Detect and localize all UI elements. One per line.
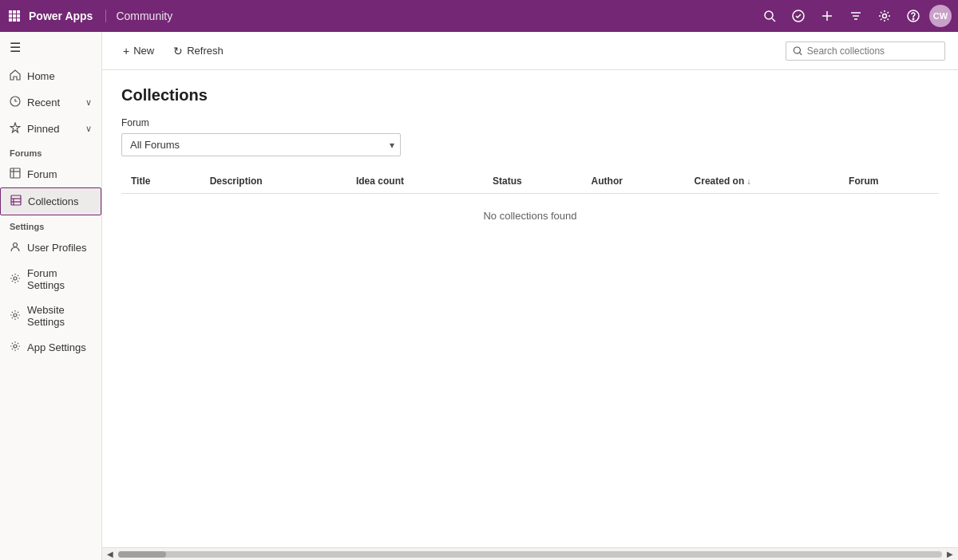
scrollbar-track[interactable] — [118, 551, 942, 558]
refresh-label: Refresh — [187, 45, 224, 57]
sidebar-item-forum-settings[interactable]: Forum Settings — [0, 261, 101, 298]
help-icon-btn[interactable] — [901, 3, 926, 29]
recent-icon — [10, 96, 21, 109]
col-created-on[interactable]: Created on ↓ — [685, 169, 840, 194]
content-area: + New ↻ Refresh Collections Forum All Fo… — [102, 32, 958, 560]
search-icon — [793, 45, 802, 56]
search-input[interactable] — [807, 45, 938, 57]
sidebar-item-collections[interactable]: Collections — [0, 187, 101, 215]
sidebar-item-website-settings[interactable]: Website Settings — [0, 298, 101, 334]
main-content: Collections Forum All Forums Power Apps … — [102, 70, 958, 547]
checkmark-icon-btn[interactable] — [786, 3, 811, 29]
svg-point-9 — [765, 11, 773, 19]
bottom-scrollbar: ◀ ▶ — [102, 547, 958, 560]
sidebar: ☰ Home Recent ∨ — [0, 32, 102, 560]
app-name: Power Apps — [29, 10, 93, 22]
svg-point-31 — [14, 345, 17, 348]
topbar: Power Apps Community — [0, 0, 958, 32]
svg-rect-5 — [17, 14, 20, 18]
table-header-row: Title Description Idea count Status Auth… — [121, 169, 939, 194]
svg-line-33 — [800, 53, 802, 55]
svg-rect-8 — [17, 18, 20, 22]
forums-section-label: Forums — [0, 142, 101, 161]
recent-expand-icon: ∨ — [85, 97, 92, 108]
pinned-expand-icon: ∨ — [85, 124, 92, 134]
search-icon-btn[interactable] — [757, 3, 782, 29]
col-description: Description — [200, 169, 346, 194]
refresh-icon: ↻ — [173, 45, 183, 57]
scroll-right-arrow[interactable]: ▶ — [944, 548, 956, 561]
svg-line-10 — [772, 18, 775, 22]
svg-rect-21 — [10, 168, 20, 178]
sidebar-item-forum-settings-label: Forum Settings — [27, 267, 92, 291]
app-settings-icon — [10, 341, 21, 354]
hamburger-menu[interactable]: ☰ — [0, 32, 101, 63]
sidebar-item-app-settings-label: App Settings — [27, 341, 86, 353]
sidebar-item-home[interactable]: Home — [0, 63, 101, 89]
created-on-sort-icon: ↓ — [747, 177, 751, 186]
svg-rect-0 — [9, 10, 12, 14]
pinned-icon — [10, 122, 21, 136]
sidebar-item-app-settings[interactable]: App Settings — [0, 334, 101, 361]
topbar-icons: CW — [757, 3, 952, 29]
no-data-message: No collections found — [121, 194, 939, 239]
svg-rect-7 — [13, 18, 16, 22]
sidebar-item-recent-label: Recent — [27, 97, 60, 108]
sidebar-item-user-profiles-label: User Profiles — [27, 242, 86, 254]
svg-rect-4 — [13, 14, 16, 18]
new-label: New — [133, 45, 154, 57]
add-icon-btn[interactable] — [814, 3, 840, 29]
svg-point-17 — [883, 14, 887, 18]
no-data-row: No collections found — [121, 194, 939, 239]
sidebar-item-collections-label: Collections — [28, 195, 79, 207]
toolbar: + New ↻ Refresh — [102, 32, 958, 70]
website-settings-icon — [10, 310, 21, 323]
scroll-left-arrow[interactable]: ◀ — [104, 548, 117, 561]
search-box[interactable] — [786, 41, 945, 61]
sidebar-item-forum[interactable]: Forum — [0, 161, 101, 187]
svg-point-28 — [14, 243, 18, 247]
forum-settings-icon — [10, 273, 21, 286]
home-icon — [10, 69, 21, 83]
user-profiles-icon — [10, 241, 21, 254]
svg-point-19 — [912, 18, 913, 19]
grid-icon[interactable] — [6, 8, 22, 24]
page-title: Collections — [121, 86, 939, 105]
avatar[interactable]: CW — [929, 5, 952, 27]
filter-icon-btn[interactable] — [843, 3, 869, 29]
collections-icon — [10, 195, 22, 208]
svg-rect-24 — [11, 195, 21, 205]
col-forum: Forum — [839, 169, 939, 194]
svg-rect-1 — [13, 10, 16, 14]
new-button[interactable]: + New — [115, 41, 162, 61]
svg-point-29 — [14, 277, 17, 280]
forum-select[interactable]: All Forums Power Apps Community Power Au… — [121, 133, 401, 156]
sidebar-item-pinned[interactable]: Pinned ∨ — [0, 116, 101, 142]
sidebar-item-pinned-label: Pinned — [27, 123, 59, 135]
forum-filter-label: Forum — [121, 117, 939, 128]
svg-rect-6 — [9, 18, 12, 22]
refresh-button[interactable]: ↻ Refresh — [165, 41, 232, 61]
sidebar-item-website-settings-label: Website Settings — [27, 304, 92, 328]
svg-rect-2 — [17, 10, 20, 14]
sidebar-item-user-profiles[interactable]: User Profiles — [0, 235, 101, 261]
forum-icon — [10, 168, 21, 181]
sidebar-item-home-label: Home — [27, 70, 55, 82]
sidebar-item-recent[interactable]: Recent ∨ — [0, 89, 101, 116]
sidebar-item-forum-label: Forum — [27, 168, 57, 180]
main-layout: ☰ Home Recent ∨ — [0, 32, 958, 560]
scrollbar-thumb — [118, 551, 166, 558]
svg-rect-3 — [9, 14, 12, 18]
col-status: Status — [483, 169, 582, 194]
svg-point-30 — [14, 314, 17, 317]
settings-section-label: Settings — [0, 215, 101, 235]
settings-icon-btn[interactable] — [872, 3, 897, 29]
community-label: Community — [105, 10, 172, 22]
col-author: Author — [582, 169, 685, 194]
col-title: Title — [121, 169, 200, 194]
svg-point-32 — [794, 47, 800, 53]
col-idea-count: Idea count — [346, 169, 483, 194]
collections-table: Title Description Idea count Status Auth… — [121, 169, 939, 238]
new-icon: + — [123, 45, 129, 57]
forum-select-wrap: All Forums Power Apps Community Power Au… — [121, 133, 401, 156]
